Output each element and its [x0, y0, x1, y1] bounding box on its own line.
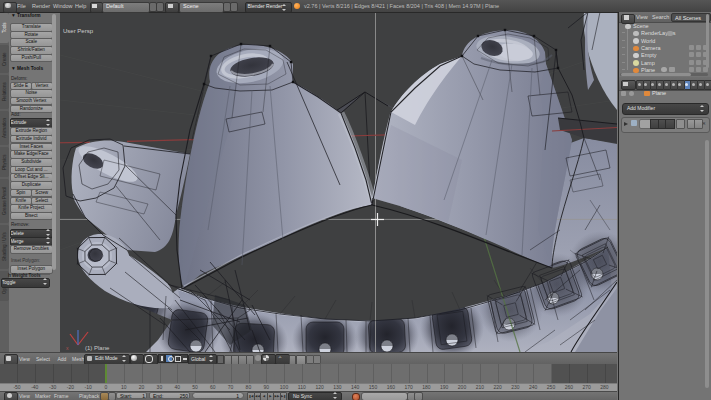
svg-text:User Persp: User Persp [63, 28, 94, 34]
svg-text:(1) Plane: (1) Plane [85, 345, 110, 351]
